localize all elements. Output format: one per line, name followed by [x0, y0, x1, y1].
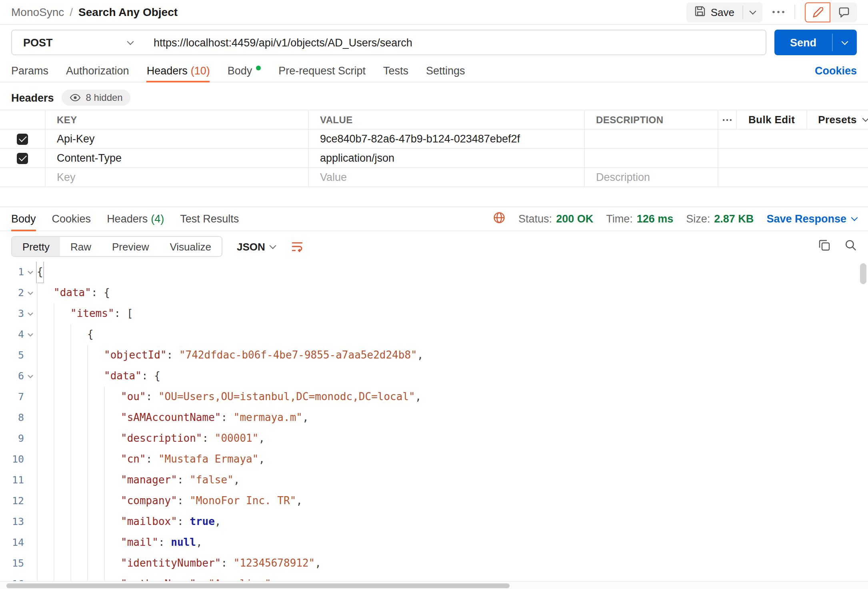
token-s: "00001"	[215, 428, 259, 449]
indent-guide	[87, 366, 104, 387]
view-tab-pretty[interactable]: Pretty	[12, 237, 60, 256]
wrap-lines-toggle[interactable]	[292, 241, 304, 252]
fold-toggle-icon[interactable]	[24, 262, 37, 282]
send-button-group: Send	[774, 30, 857, 55]
hidden-headers-badge[interactable]: 8 hidden	[62, 90, 131, 106]
fold-toggle-icon[interactable]	[24, 324, 37, 345]
value-cell[interactable]: application/json	[308, 149, 584, 167]
code-line[interactable]: 6"data": {	[0, 366, 868, 387]
tab-label: Headers	[107, 213, 148, 225]
response-tab-cookies[interactable]: Cookies	[52, 207, 91, 230]
row-checkbox[interactable]	[17, 152, 28, 164]
search-response-button[interactable]	[845, 239, 857, 254]
comments-button[interactable]	[831, 2, 857, 22]
request-tab-tests[interactable]: Tests	[383, 60, 408, 82]
tab-label: Tests	[383, 65, 408, 77]
response-tab-body[interactable]: Body	[11, 207, 36, 230]
fold-toggle-icon[interactable]	[24, 282, 37, 303]
code-text: "cn": "Mustafa Ermaya",	[37, 449, 265, 470]
code-line[interactable]: 16"motherName": "Angelina",	[0, 574, 868, 581]
code-line[interactable]: 5"objectId": "742dfdac-b06f-4be7-9855-a7…	[0, 345, 868, 366]
token-p: :	[146, 387, 158, 407]
code-lines: 1{2"data": {3"items": [4{5"objectId": "7…	[0, 262, 868, 581]
fold-toggle-icon[interactable]	[24, 303, 37, 324]
horizontal-scrollbar-thumb[interactable]	[6, 583, 510, 588]
code-text: {	[37, 262, 43, 282]
code-line[interactable]: 9"description": "00001",	[0, 428, 868, 449]
line-number: 4	[0, 324, 24, 345]
more-actions-button[interactable]	[772, 10, 785, 14]
view-tab-raw[interactable]: Raw	[60, 237, 102, 256]
code-line[interactable]: 1{	[0, 262, 868, 282]
vertical-scrollbar[interactable]	[860, 263, 866, 284]
code-line[interactable]: 11"manager": "false",	[0, 470, 868, 491]
presets-button[interactable]: Presets	[806, 110, 868, 129]
new-header-placeholder-row: Key Value Description	[0, 168, 868, 187]
response-tab-headers[interactable]: Headers(4)	[107, 207, 164, 230]
code-line[interactable]: 8"sAMAccountName": "mermaya.m",	[0, 407, 868, 428]
response-body-editor[interactable]: 1{2"data": {3"items": [4{5"objectId": "7…	[0, 262, 868, 581]
status-indicator: Status: 200 OK	[518, 213, 593, 225]
value-input[interactable]: Value	[308, 168, 584, 186]
more-options-button[interactable]	[718, 110, 736, 129]
description-cell[interactable]	[584, 149, 718, 167]
view-tab-visualize[interactable]: Visualize	[159, 237, 222, 256]
indent-guide	[70, 366, 87, 387]
save-options-button[interactable]	[743, 2, 762, 22]
request-tab-params[interactable]: Params	[11, 60, 48, 82]
response-tab-test-results[interactable]: Test Results	[180, 207, 239, 230]
code-text: "company": "MonoFor Inc. TR",	[37, 491, 302, 511]
indent-guide	[70, 532, 87, 553]
format-select[interactable]: JSON	[232, 240, 280, 252]
request-tab-authorization[interactable]: Authorization	[66, 60, 129, 82]
horizontal-scrollbar-track[interactable]	[0, 581, 868, 589]
network-globe-icon[interactable]	[493, 211, 506, 226]
view-tab-preview[interactable]: Preview	[102, 237, 160, 256]
description-cell[interactable]	[584, 130, 718, 148]
code-line[interactable]: 3"items": [	[0, 303, 868, 324]
code-line[interactable]: 13"mailbox": true,	[0, 511, 868, 532]
indent-guide	[104, 511, 121, 532]
fold-toggle-icon[interactable]	[24, 366, 37, 387]
copy-icon	[818, 239, 830, 251]
request-title[interactable]: Search Any Object	[78, 6, 178, 18]
headers-meta-row: Headers 8 hidden	[0, 82, 868, 110]
send-button[interactable]: Send	[774, 30, 832, 55]
code-line[interactable]: 4{	[0, 324, 868, 345]
request-tab-settings[interactable]: Settings	[426, 60, 465, 82]
request-tab-body[interactable]: Body	[228, 60, 261, 82]
method-select[interactable]: POST	[12, 36, 144, 48]
code-line[interactable]: 2"data": {	[0, 282, 868, 303]
cookies-link[interactable]: Cookies	[815, 65, 857, 77]
code-text: "manager": "false",	[37, 470, 240, 491]
key-cell[interactable]: Api-Key	[45, 130, 308, 148]
save-button[interactable]: Save	[687, 2, 742, 22]
code-line[interactable]: 12"company": "MonoFor Inc. TR",	[0, 491, 868, 511]
bulk-edit-button[interactable]: Bulk Edit	[736, 110, 806, 129]
indent-guide	[54, 366, 70, 387]
indent-guide	[37, 428, 54, 449]
code-text: "data": {	[37, 366, 160, 387]
table-controls: Bulk Edit Presets	[718, 110, 868, 129]
send-options-button[interactable]	[833, 30, 857, 55]
save-response-button[interactable]: Save Response	[766, 213, 857, 225]
key-cell[interactable]: Content-Type	[45, 149, 308, 167]
indent-guide	[54, 532, 70, 553]
indent-guide	[70, 491, 87, 511]
request-tab-pre-request-script[interactable]: Pre-request Script	[278, 60, 366, 82]
value-cell[interactable]: 9ce840b7-82a6-47b9-b124-023487ebef2f	[308, 130, 584, 148]
workspace-link[interactable]: MonoSync	[11, 6, 64, 18]
code-line[interactable]: 14"mail": null,	[0, 532, 868, 553]
indent-guide	[37, 532, 54, 553]
copy-response-button[interactable]	[818, 239, 830, 254]
request-tab-headers[interactable]: Headers(10)	[147, 60, 210, 82]
code-line[interactable]: 10"cn": "Mustafa Ermaya",	[0, 449, 868, 470]
code-line[interactable]: 7"ou": "OU=Users,OU=istanbul,DC=monodc,D…	[0, 387, 868, 407]
key-input[interactable]: Key	[45, 168, 308, 186]
indent-guide	[87, 428, 104, 449]
row-checkbox[interactable]	[17, 133, 28, 144]
url-input[interactable]: https://localhost:4459/api/v1/objects/AD…	[144, 36, 766, 48]
code-line[interactable]: 15"identityNumber": "12345678912",	[0, 553, 868, 574]
edit-request-button[interactable]	[805, 2, 830, 22]
description-input[interactable]: Description	[584, 168, 718, 186]
